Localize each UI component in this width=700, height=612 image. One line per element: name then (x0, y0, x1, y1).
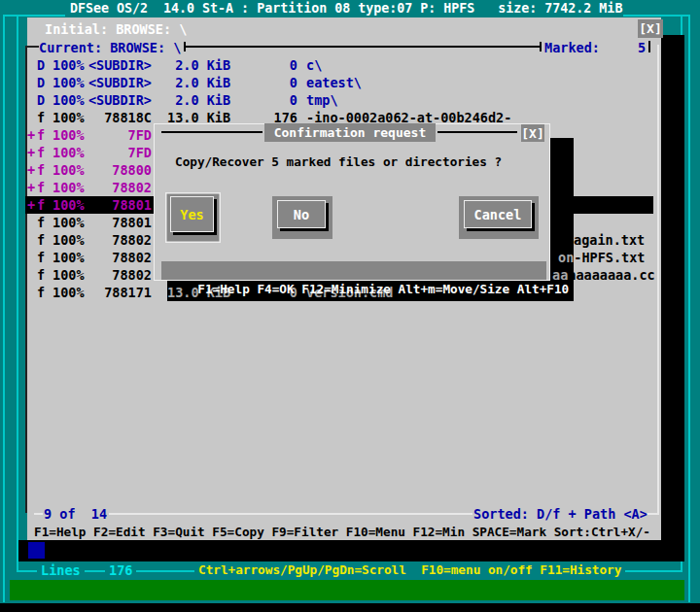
row-type: f (37, 196, 45, 214)
row-type: f (37, 214, 45, 231)
row-pct: 100% (52, 266, 85, 284)
row-size: 2.0 KiB (167, 56, 230, 74)
row-name-tail: on-HPFS.txt (558, 249, 645, 266)
dialog-topline-left (161, 131, 262, 133)
row-type: D (37, 91, 45, 109)
no-button[interactable]: No (272, 196, 332, 239)
dialog-message: Copy/Recover 5 marked files or directori… (175, 153, 502, 171)
row-pct: 100% (52, 144, 85, 161)
row-type: D (37, 56, 45, 74)
button-label: Yes (170, 196, 214, 232)
row-hex: 7FD (82, 126, 152, 144)
row-type: f (37, 126, 45, 144)
table-row[interactable]: D100%<SUBDIR> 2.0 KiB0eatest\ (0, 74, 700, 91)
status-keys: Ctrl+arrows/PgUp/PgDn=Scroll F10=menu on… (194, 561, 625, 579)
row-pct: 100% (52, 249, 85, 266)
row-mark: + (27, 126, 35, 144)
row-hex: <SUBDIR> (82, 91, 152, 109)
dialog-title: Confirmation request (264, 123, 436, 142)
row-mark: + (27, 196, 35, 214)
desktop: DFSee OS/2 14.0 St-A : Partition 08 type… (0, 0, 700, 612)
table-row[interactable]: D100%<SUBDIR> 2.0 KiB0c\ (0, 56, 700, 74)
row-type: f (37, 161, 45, 179)
dialog-topline-right (438, 131, 517, 133)
row-size: 2.0 KiB (167, 91, 230, 109)
row-hex: <SUBDIR> (82, 74, 152, 91)
row-type: D (37, 74, 45, 91)
row-hex: 78802 (82, 249, 152, 266)
row-mark: + (27, 144, 35, 161)
header-rule-tick-left (184, 42, 186, 51)
row-pct: 100% (52, 91, 85, 109)
row-pct: 100% (52, 56, 85, 74)
cancel-button[interactable]: Cancel (459, 196, 539, 239)
row-count: 0 (243, 56, 298, 74)
row-pct: 100% (52, 284, 85, 301)
marked-count: 5 (638, 39, 646, 56)
row-type: f (37, 284, 45, 301)
row-pct: 100% (52, 126, 85, 144)
row-hex: 78802 (82, 266, 152, 284)
row-pct: 100% (52, 231, 85, 249)
frame-top-left (3, 15, 65, 17)
row-type: f (37, 266, 45, 284)
row-pct: 100% (52, 196, 85, 214)
command-input-bar[interactable] (10, 580, 684, 600)
row-hex: <SUBDIR> (82, 56, 152, 74)
row-hex: 7FD (82, 144, 152, 161)
yes-button[interactable]: Yes (165, 192, 221, 243)
row-hex: 78802 (82, 179, 152, 196)
row-mark: + (27, 161, 35, 179)
bottom-strip (0, 603, 700, 612)
header-rule-tick-right (540, 42, 542, 51)
lines-count: 176 (105, 561, 136, 579)
row-mark: + (27, 179, 35, 196)
list-border-bottom-b (109, 513, 472, 515)
sort-order: Sorted: D/f + Path <A> (473, 505, 648, 523)
dialog-close-button[interactable]: [X] (521, 124, 544, 142)
row-pct: 100% (52, 214, 85, 231)
row-count: 0 (243, 74, 298, 91)
row-type: f (37, 231, 45, 249)
button-label: Cancel (464, 200, 532, 228)
dialog-status-text: F1=Help F4=OK F12=Minimize Alt+m=Move/Si… (192, 282, 569, 296)
desktop-title: DFSee OS/2 14.0 St-A : Partition 08 type… (70, 0, 622, 17)
browse-close-button[interactable]: [X] (638, 19, 663, 38)
lines-label: Lines (37, 561, 85, 579)
table-row[interactable]: D100%<SUBDIR> 2.0 KiB0tmp\ (0, 91, 700, 109)
log-cursor-block (28, 542, 45, 559)
row-name: eatest\ (306, 74, 362, 91)
marked-tick (648, 41, 650, 52)
row-type: f (37, 249, 45, 266)
row-hex: 78818C (82, 109, 152, 126)
button-label: No (277, 200, 326, 228)
row-name-tail: again.txt (574, 231, 645, 249)
row-type: f (37, 179, 45, 196)
row-pct: 100% (52, 179, 85, 196)
marked-label: Marked: (544, 39, 600, 56)
row-type: f (37, 144, 45, 161)
row-type: f (37, 109, 45, 126)
header-rule (185, 46, 541, 48)
row-count: 0 (243, 91, 298, 109)
row-name: tmp\ (306, 91, 338, 109)
row-size: 2.0 KiB (167, 74, 230, 91)
row-hex: 78801 (82, 196, 152, 214)
row-hex: 78801 (82, 214, 152, 231)
row-pct: 100% (52, 74, 85, 91)
row-pct: 100% (52, 161, 85, 179)
log-window-area (18, 540, 682, 561)
row-name: c\ (306, 56, 322, 74)
dialog-status-bar: F1=Help F4=OK F12=Minimize Alt+m=Move/Si… (161, 261, 546, 280)
row-hex: 78802 (82, 231, 152, 249)
row-hex: 788171 (82, 284, 152, 301)
row-pct: 100% (52, 109, 85, 126)
list-border-bottom-a (34, 513, 43, 515)
list-border-top-stub (25, 46, 39, 48)
browse-fnkeys: F1=Help F2=Edit F3=Quit F5=Copy F9=Filte… (34, 524, 650, 541)
list-position: 9 of 14 (44, 505, 107, 523)
current-path-label: Current: BROWSE: \ (39, 39, 181, 56)
row-hex: 78800 (82, 161, 152, 179)
browse-window-title: Initial: BROWSE: \ (45, 20, 187, 38)
